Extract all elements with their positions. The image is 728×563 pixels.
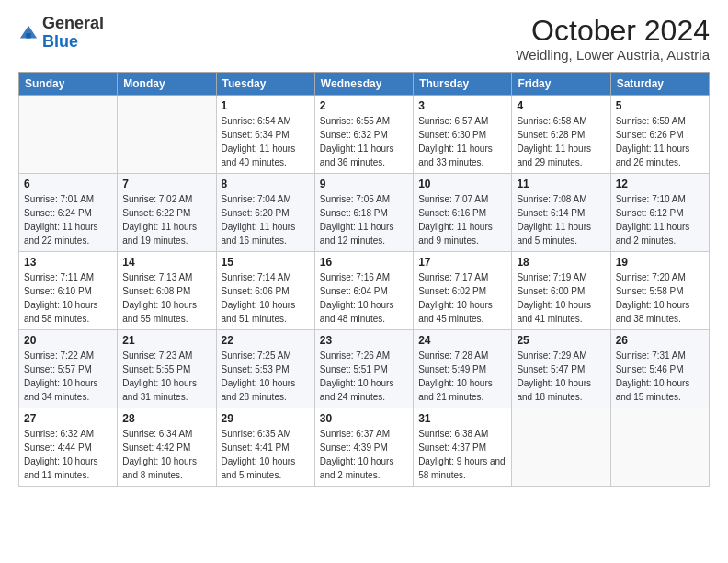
calendar-cell: 14Sunrise: 7:13 AMSunset: 6:08 PMDayligh… <box>118 252 216 330</box>
calendar: Sunday Monday Tuesday Wednesday Thursday… <box>18 72 710 487</box>
day-number: 4 <box>517 99 605 112</box>
title-block: October 2024 Weidling, Lower Austria, Au… <box>516 15 710 63</box>
day-info: Sunrise: 6:32 AMSunset: 4:44 PMDaylight:… <box>24 427 112 482</box>
day-info: Sunrise: 6:54 AMSunset: 6:34 PMDaylight:… <box>222 114 310 169</box>
day-info: Sunrise: 7:11 AMSunset: 6:10 PMDaylight:… <box>24 270 112 326</box>
day-number: 26 <box>616 334 704 347</box>
day-number: 11 <box>517 178 605 190</box>
calendar-cell: 13Sunrise: 7:11 AMSunset: 6:10 PMDayligh… <box>19 252 118 330</box>
calendar-cell: 5Sunrise: 6:59 AMSunset: 6:26 PMDaylight… <box>610 96 709 174</box>
calendar-cell: 6Sunrise: 7:01 AMSunset: 6:24 PMDaylight… <box>19 174 118 252</box>
day-info: Sunrise: 7:20 AMSunset: 5:58 PMDaylight:… <box>616 270 704 326</box>
day-number: 28 <box>122 412 210 425</box>
col-tuesday: Tuesday <box>216 73 314 96</box>
calendar-cell: 23Sunrise: 7:26 AMSunset: 5:51 PMDayligh… <box>314 330 413 408</box>
day-info: Sunrise: 7:08 AMSunset: 6:14 PMDaylight:… <box>517 192 605 247</box>
calendar-cell: 24Sunrise: 7:28 AMSunset: 5:49 PMDayligh… <box>414 330 512 408</box>
day-info: Sunrise: 7:05 AMSunset: 6:18 PMDaylight:… <box>320 192 408 247</box>
calendar-cell: 1Sunrise: 6:54 AMSunset: 6:34 PMDaylight… <box>216 96 314 174</box>
calendar-cell: 31Sunrise: 6:38 AMSunset: 4:37 PMDayligh… <box>414 408 512 487</box>
calendar-cell: 20Sunrise: 7:22 AMSunset: 5:57 PMDayligh… <box>19 330 118 408</box>
day-number: 30 <box>320 412 408 425</box>
day-info: Sunrise: 7:14 AMSunset: 6:06 PMDaylight:… <box>222 270 310 326</box>
calendar-cell: 26Sunrise: 7:31 AMSunset: 5:46 PMDayligh… <box>610 330 709 408</box>
logo-icon <box>18 23 39 43</box>
day-info: Sunrise: 6:57 AMSunset: 6:30 PMDaylight:… <box>418 114 506 169</box>
page-header: General Blue October 2024 Weidling, Lowe… <box>18 15 710 63</box>
calendar-header-row: Sunday Monday Tuesday Wednesday Thursday… <box>19 73 710 96</box>
month-title: October 2024 <box>516 15 710 47</box>
col-saturday: Saturday <box>610 73 709 96</box>
calendar-cell: 7Sunrise: 7:02 AMSunset: 6:22 PMDaylight… <box>118 174 216 252</box>
day-number: 23 <box>320 334 408 347</box>
day-number: 6 <box>24 178 112 190</box>
calendar-cell: 25Sunrise: 7:29 AMSunset: 5:47 PMDayligh… <box>512 330 610 408</box>
calendar-cell: 27Sunrise: 6:32 AMSunset: 4:44 PMDayligh… <box>19 408 118 487</box>
calendar-cell <box>118 96 216 174</box>
day-number: 19 <box>616 256 704 269</box>
day-info: Sunrise: 7:01 AMSunset: 6:24 PMDaylight:… <box>24 192 112 247</box>
col-friday: Friday <box>512 73 610 96</box>
calendar-cell: 2Sunrise: 6:55 AMSunset: 6:32 PMDaylight… <box>314 96 413 174</box>
calendar-cell: 29Sunrise: 6:35 AMSunset: 4:41 PMDayligh… <box>216 408 314 487</box>
day-info: Sunrise: 7:02 AMSunset: 6:22 PMDaylight:… <box>122 192 210 247</box>
col-wednesday: Wednesday <box>314 73 413 96</box>
day-number: 31 <box>418 412 506 425</box>
calendar-cell: 28Sunrise: 6:34 AMSunset: 4:42 PMDayligh… <box>118 408 216 487</box>
calendar-cell: 17Sunrise: 7:17 AMSunset: 6:02 PMDayligh… <box>414 252 512 330</box>
calendar-week-row: 1Sunrise: 6:54 AMSunset: 6:34 PMDaylight… <box>19 96 710 174</box>
calendar-cell: 19Sunrise: 7:20 AMSunset: 5:58 PMDayligh… <box>610 252 709 330</box>
day-number: 9 <box>320 178 408 190</box>
day-info: Sunrise: 7:13 AMSunset: 6:08 PMDaylight:… <box>122 270 210 326</box>
day-number: 8 <box>222 178 310 190</box>
day-number: 25 <box>517 334 605 347</box>
col-sunday: Sunday <box>19 73 118 96</box>
day-info: Sunrise: 7:10 AMSunset: 6:12 PMDaylight:… <box>616 192 704 247</box>
calendar-cell: 10Sunrise: 7:07 AMSunset: 6:16 PMDayligh… <box>414 174 512 252</box>
calendar-cell: 9Sunrise: 7:05 AMSunset: 6:18 PMDaylight… <box>314 174 413 252</box>
calendar-cell <box>19 96 118 174</box>
day-info: Sunrise: 6:34 AMSunset: 4:42 PMDaylight:… <box>122 427 210 482</box>
day-number: 18 <box>517 256 605 269</box>
day-number: 24 <box>418 334 506 347</box>
col-monday: Monday <box>118 73 216 96</box>
day-number: 17 <box>418 256 506 269</box>
day-info: Sunrise: 7:17 AMSunset: 6:02 PMDaylight:… <box>418 270 506 326</box>
calendar-cell: 11Sunrise: 7:08 AMSunset: 6:14 PMDayligh… <box>512 174 610 252</box>
day-number: 14 <box>122 256 210 269</box>
day-info: Sunrise: 7:04 AMSunset: 6:20 PMDaylight:… <box>222 192 310 247</box>
day-number: 15 <box>222 256 310 269</box>
day-info: Sunrise: 7:23 AMSunset: 5:55 PMDaylight:… <box>122 349 210 404</box>
day-number: 12 <box>616 178 704 190</box>
calendar-week-row: 13Sunrise: 7:11 AMSunset: 6:10 PMDayligh… <box>19 252 710 330</box>
calendar-cell <box>512 408 610 487</box>
day-number: 2 <box>320 99 408 112</box>
day-number: 29 <box>222 412 310 425</box>
calendar-cell: 18Sunrise: 7:19 AMSunset: 6:00 PMDayligh… <box>512 252 610 330</box>
day-info: Sunrise: 7:26 AMSunset: 5:51 PMDaylight:… <box>320 349 408 404</box>
calendar-cell: 22Sunrise: 7:25 AMSunset: 5:53 PMDayligh… <box>216 330 314 408</box>
day-number: 21 <box>122 334 210 347</box>
day-info: Sunrise: 6:55 AMSunset: 6:32 PMDaylight:… <box>320 114 408 169</box>
calendar-cell: 16Sunrise: 7:16 AMSunset: 6:04 PMDayligh… <box>314 252 413 330</box>
day-info: Sunrise: 7:28 AMSunset: 5:49 PMDaylight:… <box>418 349 506 404</box>
day-number: 7 <box>122 178 210 190</box>
calendar-week-row: 27Sunrise: 6:32 AMSunset: 4:44 PMDayligh… <box>19 408 710 487</box>
calendar-week-row: 6Sunrise: 7:01 AMSunset: 6:24 PMDaylight… <box>19 174 710 252</box>
day-number: 10 <box>418 178 506 190</box>
day-info: Sunrise: 7:07 AMSunset: 6:16 PMDaylight:… <box>418 192 506 247</box>
day-info: Sunrise: 6:37 AMSunset: 4:39 PMDaylight:… <box>320 427 408 482</box>
calendar-cell: 21Sunrise: 7:23 AMSunset: 5:55 PMDayligh… <box>118 330 216 408</box>
day-info: Sunrise: 7:16 AMSunset: 6:04 PMDaylight:… <box>320 270 408 326</box>
calendar-cell: 8Sunrise: 7:04 AMSunset: 6:20 PMDaylight… <box>216 174 314 252</box>
logo: General Blue <box>18 15 104 52</box>
calendar-cell: 15Sunrise: 7:14 AMSunset: 6:06 PMDayligh… <box>216 252 314 330</box>
day-info: Sunrise: 7:29 AMSunset: 5:47 PMDaylight:… <box>517 349 605 404</box>
day-info: Sunrise: 7:19 AMSunset: 6:00 PMDaylight:… <box>517 270 605 326</box>
calendar-cell: 3Sunrise: 6:57 AMSunset: 6:30 PMDaylight… <box>414 96 512 174</box>
location: Weidling, Lower Austria, Austria <box>516 47 710 63</box>
day-info: Sunrise: 7:25 AMSunset: 5:53 PMDaylight:… <box>222 349 310 404</box>
day-info: Sunrise: 6:59 AMSunset: 6:26 PMDaylight:… <box>616 114 704 169</box>
day-info: Sunrise: 7:31 AMSunset: 5:46 PMDaylight:… <box>616 349 704 404</box>
calendar-cell <box>610 408 709 487</box>
